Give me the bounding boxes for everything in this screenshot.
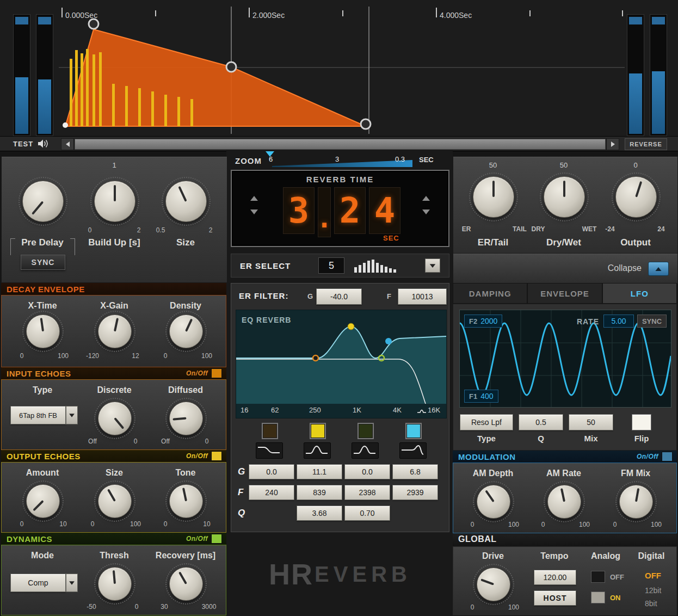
size-knob[interactable]	[165, 181, 207, 222]
analog-on-toggle[interactable]	[591, 592, 605, 603]
lfo-filter-q[interactable]: 0.5	[519, 414, 563, 430]
am-depth-knob[interactable]	[477, 485, 510, 519]
band2-gain[interactable]: 11.1	[297, 464, 342, 479]
lfo-filter-mix[interactable]: 50	[569, 414, 613, 430]
dynamics-mode-dropdown-arrow[interactable]	[66, 574, 78, 592]
collapse-up-icon	[655, 267, 661, 270]
reverb-time-display[interactable]: REVERB TIME 3 . 2 4 SEC	[231, 170, 449, 247]
er-filter-g-value[interactable]: -40.0	[316, 288, 362, 305]
band1-freq[interactable]: 240	[249, 485, 294, 500]
band1-gain[interactable]: 0.0	[249, 464, 294, 479]
am-rate-knob[interactable]	[547, 485, 581, 519]
band1-shape-button[interactable]	[256, 442, 283, 459]
input-echoes-onoff-toggle[interactable]	[211, 368, 222, 378]
scrollbar-track[interactable]	[74, 138, 606, 150]
band4-shape-button[interactable]	[399, 442, 427, 459]
envelope-start-point[interactable]	[63, 122, 68, 128]
dynamics-mode-dropdown[interactable]: Comp	[10, 574, 66, 592]
band3-shape-button[interactable]	[352, 442, 379, 459]
band3-freq[interactable]: 2398	[344, 485, 390, 500]
x-gain-knob[interactable]	[98, 315, 132, 348]
host-button[interactable]: HOST	[534, 590, 576, 606]
build-up-knob[interactable]	[94, 181, 135, 222]
lfo-f2-box[interactable]: F2 2000	[464, 315, 502, 328]
band2-freq[interactable]: 839	[297, 485, 342, 500]
scroll-right-button[interactable]	[606, 138, 619, 150]
eq-band1-handle[interactable]	[313, 355, 318, 361]
band3-q[interactable]: 0.70	[344, 506, 390, 521]
spin-down-icon[interactable]	[422, 210, 430, 214]
tone-knob[interactable]	[169, 484, 203, 518]
lfo-f1-label: F1	[469, 392, 477, 401]
reverb-time-spinner-left[interactable]	[250, 196, 258, 214]
digital-8bit-option[interactable]: 8bit	[645, 599, 657, 608]
tab-lfo[interactable]: LFO	[602, 283, 677, 304]
band2-q-value: 3.68	[312, 509, 326, 518]
er-select-dropdown-arrow[interactable]	[425, 258, 440, 273]
reverb-envelope-shape[interactable]	[65, 29, 366, 126]
density-knob[interactable]	[169, 315, 203, 348]
scroll-left-button[interactable]	[61, 138, 74, 150]
er-filter-f-value[interactable]: 10013	[398, 288, 447, 305]
collapse-button[interactable]	[648, 262, 669, 276]
er-tail-knob[interactable]	[473, 176, 514, 218]
envelope-mid-handle[interactable]	[226, 62, 236, 72]
band4-color-swatch[interactable]	[405, 423, 422, 439]
tab-damping[interactable]: DAMPING	[453, 283, 527, 304]
recovery-knob[interactable]	[169, 567, 203, 601]
test-button[interactable]: TEST	[13, 138, 48, 149]
band1-color-swatch[interactable]	[262, 423, 278, 439]
envelope-peak-handle[interactable]	[89, 19, 98, 29]
lfo-f1-box[interactable]: F1 400	[464, 390, 498, 403]
echo-type-dropdown[interactable]: 6Tap 8th FB	[10, 406, 66, 424]
reverb-time-spinner-right[interactable]	[422, 196, 430, 214]
envelope-graph[interactable]	[59, 3, 625, 134]
zoom-slider[interactable]	[272, 160, 412, 167]
band4-gain[interactable]: 6.8	[392, 464, 438, 479]
bands-q-label: Q	[238, 508, 245, 519]
lfo-filter-type-dropdown[interactable]: Reso Lpf	[460, 414, 513, 430]
pre-delay-knob[interactable]	[22, 181, 64, 222]
fm-mix-knob[interactable]	[619, 485, 653, 519]
tab-envelope[interactable]: ENVELOPE	[527, 283, 602, 304]
spin-down-icon[interactable]	[250, 210, 258, 214]
thresh-knob[interactable]	[98, 567, 132, 601]
output-echoes-title: OUTPUT ECHOES	[7, 452, 81, 461]
analog-off-toggle[interactable]	[591, 571, 605, 583]
output-knob[interactable]	[615, 176, 657, 218]
diffused-knob[interactable]	[169, 402, 203, 435]
discrete-knob[interactable]	[98, 402, 132, 435]
echo-type-dropdown-arrow[interactable]	[66, 406, 78, 424]
envelope-end-handle[interactable]	[361, 119, 371, 129]
spin-up-icon[interactable]	[250, 196, 258, 201]
digital-12bit-option[interactable]: 12bit	[645, 586, 661, 595]
tempo-value[interactable]: 120.00	[534, 570, 576, 585]
amount-knob[interactable]	[26, 484, 60, 518]
band3-gain[interactable]: 0.0	[344, 464, 390, 479]
output-echoes-onoff-toggle[interactable]	[211, 451, 222, 461]
band3-color-swatch[interactable]	[358, 423, 374, 439]
dry-wet-knob[interactable]	[544, 176, 585, 218]
sync-button[interactable]: SYNC	[21, 255, 65, 270]
spin-up-icon[interactable]	[422, 196, 430, 201]
band2-q[interactable]: 3.68	[297, 506, 342, 521]
modulation-onoff-toggle[interactable]	[662, 452, 673, 461]
eq-band4-handle[interactable]	[385, 338, 392, 344]
scrollbar-thumb[interactable]	[75, 139, 605, 149]
out-size-knob[interactable]	[98, 484, 132, 518]
band4-freq[interactable]: 2939	[392, 485, 438, 500]
digital-off-option[interactable]: OFF	[645, 571, 661, 580]
lfo-sync-button[interactable]: SYNC	[637, 315, 667, 328]
lfo-flip-button[interactable]	[632, 414, 651, 430]
eq-band2-handle[interactable]	[348, 323, 354, 330]
envelope-graph-area[interactable]: 0.000Sec 2.000Sec 4.000Sec	[59, 3, 625, 134]
lfo-rate-box[interactable]: 5.00	[603, 315, 634, 328]
x-time-knob[interactable]	[26, 315, 60, 348]
eq-graph[interactable]: EQ REVERB 16 62 250 1K 4K 16K	[236, 310, 447, 418]
drive-knob[interactable]	[477, 568, 510, 601]
reverse-button[interactable]: REVERSE	[625, 138, 667, 150]
er-select-value[interactable]: 5	[318, 257, 344, 274]
band2-color-swatch[interactable]	[310, 423, 326, 439]
band2-shape-button[interactable]	[304, 442, 331, 459]
dynamics-onoff-toggle[interactable]	[211, 534, 222, 544]
